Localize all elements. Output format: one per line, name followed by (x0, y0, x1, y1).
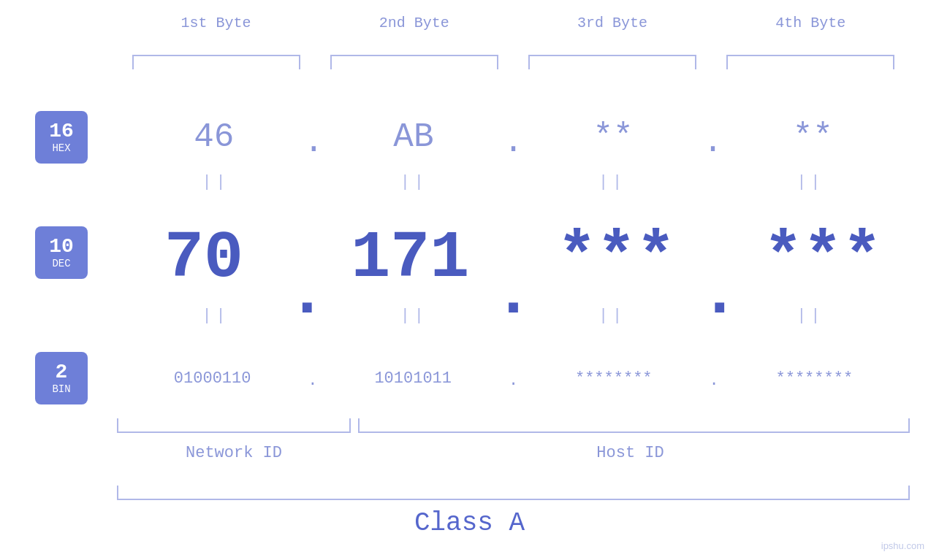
hex-row: 46 . AB . ** . ** (117, 111, 910, 164)
dec-badge-number: 10 (49, 236, 74, 258)
bin-dot-2: . (509, 372, 518, 390)
eq7: || (525, 307, 700, 325)
col-header-1: 1st Byte (129, 15, 304, 31)
hex-dot-3: . (703, 123, 723, 161)
equals-hex-dec: || || || || (117, 173, 910, 191)
network-id-label: Network ID (117, 444, 351, 462)
bracket-4 (726, 55, 894, 69)
hex-val-3: ** (593, 118, 633, 156)
main-container: 1st Byte 2nd Byte 3rd Byte 4th Byte 16 H… (0, 0, 939, 560)
bin-row: 01000110 . 10101011 . ******** . *******… (117, 352, 910, 404)
host-id-label: Host ID (351, 444, 910, 462)
column-headers: 1st Byte 2nd Byte 3rd Byte 4th Byte (117, 15, 910, 31)
bracket-2 (330, 55, 498, 69)
watermark: ipshu.com (881, 540, 924, 551)
bin-val-4: ******** (776, 369, 854, 388)
bin-val-2: 10101011 (374, 369, 452, 388)
class-label: Class A (0, 508, 939, 538)
dec-val-2: 171 (351, 226, 469, 291)
hex-badge-number: 16 (49, 120, 74, 143)
dec-val-4: *** (764, 226, 882, 291)
dec-row: 70 . 171 . *** . *** (117, 223, 910, 294)
equals-dec-bin: || || || || (117, 307, 910, 325)
hex-val-2: AB (393, 118, 433, 156)
hex-val-1: 46 (194, 118, 234, 156)
full-bracket (117, 486, 910, 500)
dec-badge-label: DEC (52, 258, 70, 269)
top-brackets (117, 55, 910, 69)
dec-badge: 10 DEC (35, 226, 88, 279)
bracket-1 (132, 55, 300, 69)
bracket-3 (528, 55, 696, 69)
bottom-brackets (117, 418, 910, 433)
eq2: || (327, 173, 502, 191)
eq5: || (129, 307, 304, 325)
hex-badge-label: HEX (52, 142, 70, 154)
bin-dot-3: . (709, 372, 718, 390)
dec-val-3: *** (558, 226, 676, 291)
bin-val-3: ******** (575, 369, 653, 388)
eq3: || (525, 173, 700, 191)
hex-dot-1: . (304, 123, 324, 161)
col-header-2: 2nd Byte (327, 15, 502, 31)
bin-dot-1: . (308, 372, 317, 390)
full-bracket-container (117, 486, 910, 500)
eq6: || (327, 307, 502, 325)
hex-val-4: ** (793, 118, 833, 156)
bin-badge-label: BIN (52, 383, 70, 395)
col-header-3: 3rd Byte (525, 15, 700, 31)
bin-badge-number: 2 (56, 361, 68, 384)
hex-dot-2: . (503, 123, 524, 161)
eq1: || (129, 173, 304, 191)
network-bracket (117, 418, 351, 433)
dec-val-1: 70 (164, 226, 243, 291)
bin-val-1: 01000110 (174, 369, 251, 388)
id-labels: Network ID Host ID (117, 444, 910, 462)
hex-badge: 16 HEX (35, 111, 88, 164)
eq4: || (723, 173, 898, 191)
eq8: || (723, 307, 898, 325)
col-header-4: 4th Byte (723, 15, 898, 31)
host-bracket (358, 418, 910, 433)
bin-badge: 2 BIN (35, 352, 88, 404)
